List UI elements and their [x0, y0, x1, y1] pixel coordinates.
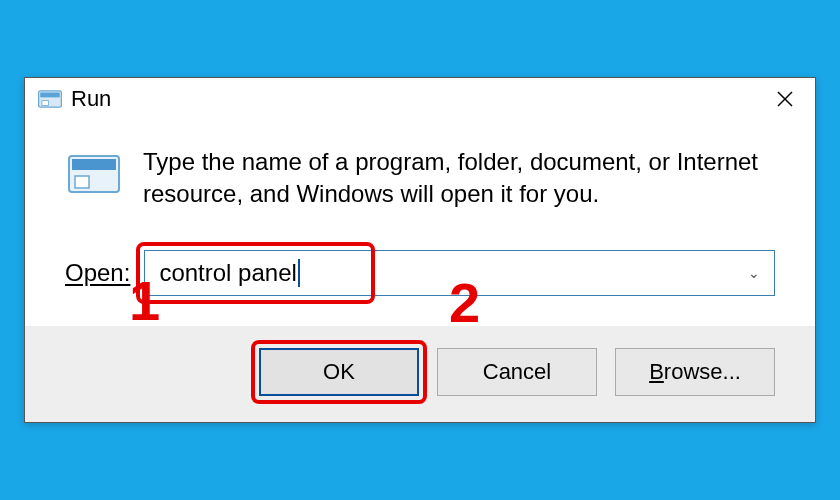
- instruction-row: Type the name of a program, folder, docu…: [65, 146, 775, 211]
- open-input-value: control panel: [159, 259, 296, 287]
- ok-button[interactable]: OK: [259, 348, 419, 396]
- svg-rect-1: [40, 92, 60, 97]
- run-icon: [37, 86, 63, 112]
- combo-wrapper: control panel ⌄: [144, 250, 775, 296]
- close-button[interactable]: [763, 84, 807, 114]
- svg-rect-7: [75, 176, 89, 188]
- dialog-body: Type the name of a program, folder, docu…: [25, 120, 815, 327]
- chevron-down-icon[interactable]: ⌄: [748, 265, 760, 281]
- browse-button[interactable]: Browse...: [615, 348, 775, 396]
- close-icon: [777, 91, 793, 107]
- dialog-footer: OK 2 Cancel Browse...: [25, 326, 815, 422]
- open-row: Open: control panel ⌄: [65, 250, 775, 296]
- svg-rect-6: [72, 159, 116, 170]
- titlebar-left: Run: [37, 86, 111, 112]
- run-dialog: Run Type the name of a program, folder, …: [24, 77, 816, 424]
- titlebar: Run: [25, 78, 815, 120]
- text-caret: [298, 259, 300, 287]
- open-combobox[interactable]: control panel ⌄: [144, 250, 775, 296]
- instruction-text: Type the name of a program, folder, docu…: [143, 146, 775, 211]
- open-label: Open:: [65, 259, 130, 287]
- ok-wrapper: OK 2: [259, 348, 419, 396]
- svg-rect-2: [42, 100, 49, 105]
- cancel-button[interactable]: Cancel: [437, 348, 597, 396]
- run-icon-large: [65, 148, 123, 200]
- window-title: Run: [71, 86, 111, 112]
